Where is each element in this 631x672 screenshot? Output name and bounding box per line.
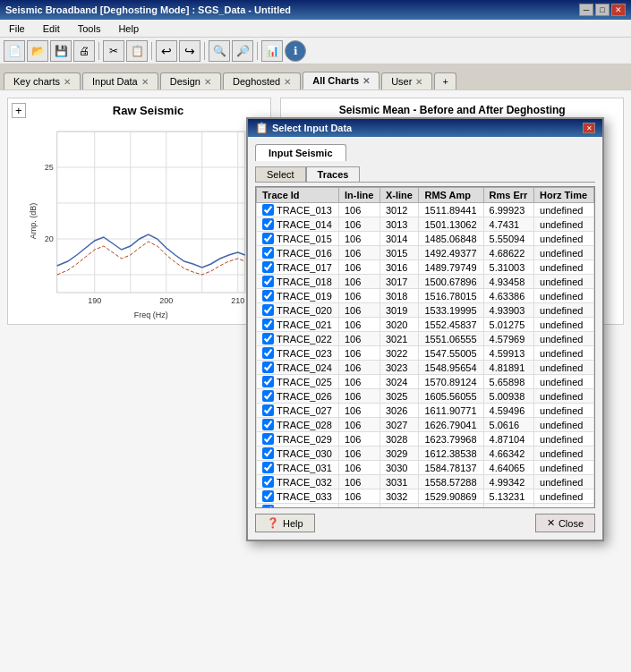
trace-checkbox[interactable] xyxy=(262,319,274,330)
trace-checkbox[interactable] xyxy=(262,261,274,273)
tab-design-close[interactable]: ✕ xyxy=(204,77,211,87)
cell-horz-time: undefined xyxy=(534,404,594,418)
trace-checkbox[interactable] xyxy=(262,347,274,359)
cut-button[interactable]: ✂ xyxy=(103,40,124,62)
cell-inline: 106 xyxy=(338,475,379,489)
cell-inline: 106 xyxy=(338,375,379,389)
trace-checkbox[interactable] xyxy=(262,390,274,402)
cell-rms-amp: 1611.90771 xyxy=(419,404,483,418)
save-button[interactable]: 💾 xyxy=(50,40,72,62)
tab-design[interactable]: Design ✕ xyxy=(160,72,221,89)
dialog-close-x-button[interactable]: ✕ xyxy=(583,123,595,133)
trace-checkbox[interactable] xyxy=(262,333,274,345)
trace-checkbox[interactable] xyxy=(262,247,274,259)
tab-deghosted-close[interactable]: ✕ xyxy=(284,77,291,87)
menu-edit[interactable]: Edit xyxy=(38,22,65,35)
tab-input-data[interactable]: Input Data ✕ xyxy=(82,72,158,89)
trace-checkbox[interactable] xyxy=(262,304,274,316)
trace-checkbox[interactable] xyxy=(262,404,274,416)
trace-checkbox[interactable] xyxy=(262,376,274,387)
cell-rms-err: 4.87104 xyxy=(483,432,534,447)
minimize-button[interactable]: ─ xyxy=(579,4,593,16)
trace-checkbox[interactable] xyxy=(262,290,274,302)
help-label: Help xyxy=(283,518,303,529)
cell-trace-id: TRACE_014 xyxy=(257,217,339,232)
raw-seismic-title: Raw Seismic xyxy=(30,104,268,117)
tab-key-charts[interactable]: Key charts ✕ xyxy=(4,72,81,89)
zoom-out-button[interactable]: 🔎 xyxy=(232,40,253,62)
copy-button[interactable]: 📋 xyxy=(126,40,148,62)
cell-trace-id: TRACE_019 xyxy=(257,289,339,303)
undo-button[interactable]: ↩ xyxy=(156,40,177,62)
tab-key-charts-close[interactable]: ✕ xyxy=(64,77,71,87)
sub-tab-select[interactable]: Select xyxy=(255,166,306,182)
tab-user-close[interactable]: ✕ xyxy=(415,77,422,87)
help-button[interactable]: ❓ Help xyxy=(255,514,315,532)
select-input-dialog: 📋 Select Input Data ✕ Input Seismic Sele… xyxy=(246,117,604,541)
table-row: TRACE_015 106 3014 1485.06848 5.55094 un… xyxy=(257,232,594,246)
trace-checkbox[interactable] xyxy=(262,204,274,216)
print-button[interactable]: 🖨 xyxy=(73,40,95,62)
cell-xline: 3017 xyxy=(379,275,419,289)
trace-checkbox[interactable] xyxy=(262,462,274,473)
zoom-in-button[interactable]: 🔍 xyxy=(209,40,230,62)
tab-all-charts-close[interactable]: ✕ xyxy=(362,76,370,86)
info-button[interactable]: ℹ xyxy=(285,40,306,62)
cell-trace-id: TRACE_030 xyxy=(257,447,339,461)
traces-table-wrapper[interactable]: Trace Id In-line X-line RMS Amp Rms Err … xyxy=(255,186,595,508)
tab-input-data-close[interactable]: ✕ xyxy=(141,77,149,87)
cell-trace-id: TRACE_029 xyxy=(257,432,339,447)
trace-checkbox[interactable] xyxy=(262,447,274,459)
toolbar-separator-2 xyxy=(151,42,152,60)
trace-checkbox[interactable] xyxy=(262,362,274,373)
cell-inline: 106 xyxy=(338,404,379,418)
trace-checkbox[interactable] xyxy=(262,233,274,244)
close-dialog-button[interactable]: ✕ Close xyxy=(535,514,595,532)
cell-inline: 106 xyxy=(338,203,379,217)
raw-seismic-chart: + Raw Seismic 25 20 190 xyxy=(7,98,271,325)
trace-checkbox[interactable] xyxy=(262,490,274,502)
cell-horz-time: undefined xyxy=(534,318,594,332)
inner-tab-input-seismic[interactable]: Input Seismic xyxy=(255,144,346,161)
sub-tabs: Select Traces xyxy=(255,166,595,183)
close-label: Close xyxy=(559,518,584,529)
table-row: TRACE_020 106 3019 1533.19995 4.93903 un… xyxy=(257,303,594,318)
cell-rms-amp: 1511.89441 xyxy=(419,203,483,217)
svg-text:Amp. (dB): Amp. (dB) xyxy=(29,203,38,240)
trace-checkbox[interactable] xyxy=(262,476,274,488)
svg-text:20: 20 xyxy=(45,234,54,243)
cell-trace-id: TRACE_031 xyxy=(257,461,339,475)
open-button[interactable]: 📂 xyxy=(27,40,48,62)
menu-file[interactable]: File xyxy=(4,22,30,35)
trace-checkbox[interactable] xyxy=(262,276,274,287)
trace-checkbox[interactable] xyxy=(262,218,274,230)
tab-user[interactable]: User ✕ xyxy=(381,72,432,89)
trace-checkbox[interactable] xyxy=(262,419,274,430)
cell-xline: 3015 xyxy=(379,246,419,260)
cell-horz-time: undefined xyxy=(534,275,594,289)
table-row: TRACE_028 106 3027 1626.79041 5.0616 und… xyxy=(257,418,594,432)
cell-rms-amp: 1529.90869 xyxy=(419,489,483,504)
new-button[interactable]: 📄 xyxy=(4,40,25,62)
tab-add-button[interactable]: + xyxy=(434,72,456,89)
close-button[interactable]: ✕ xyxy=(611,4,626,16)
cell-xline: 3022 xyxy=(379,346,419,361)
redo-button[interactable]: ↪ xyxy=(179,40,200,62)
menu-tools[interactable]: Tools xyxy=(72,22,107,35)
seismic-mean-title: Seismic Mean - Before and After Deghosti… xyxy=(281,102,623,118)
chart-button[interactable]: 📊 xyxy=(261,40,283,62)
cell-rms-err: 5.55094 xyxy=(483,232,534,246)
maximize-button[interactable]: □ xyxy=(595,4,610,16)
table-row: TRACE_023 106 3022 1547.55005 4.59913 un… xyxy=(257,346,594,361)
trace-checkbox[interactable] xyxy=(262,433,274,445)
cell-inline: 106 xyxy=(338,332,379,346)
dialog-footer: ❓ Help ✕ Close xyxy=(255,508,595,532)
cell-trace-id: TRACE_027 xyxy=(257,404,339,418)
sub-tab-traces[interactable]: Traces xyxy=(306,166,361,182)
cell-rms-err: 4.59496 xyxy=(483,404,534,418)
cell-xline: 3018 xyxy=(379,289,419,303)
menu-help[interactable]: Help xyxy=(113,22,144,35)
zoom-icon[interactable]: + xyxy=(12,103,26,118)
tab-deghosted[interactable]: Deghosted ✕ xyxy=(223,72,301,89)
tab-all-charts[interactable]: All Charts ✕ xyxy=(303,72,379,89)
